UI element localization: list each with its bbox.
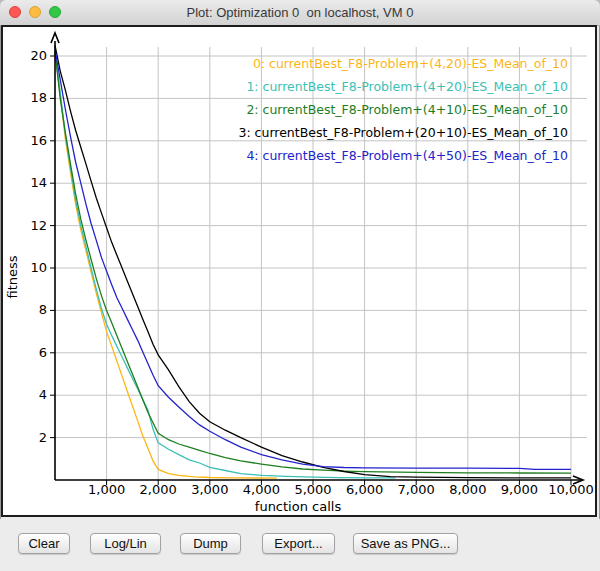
y-tick-label: 4: [39, 387, 47, 402]
x-tick-label: 9,000: [501, 482, 538, 497]
y-tick-label: 2: [39, 430, 47, 445]
plot-panel: 24681012141618201,0002,0003,0004,0005,00…: [1, 25, 597, 517]
button-bar: Clear Log/Lin Dump Export... Save as PNG…: [0, 519, 600, 571]
plot-canvas: 24681012141618201,0002,0003,0004,0005,00…: [3, 27, 595, 515]
tick-marks: [50, 56, 571, 485]
x-axis-title: function calls: [255, 499, 342, 514]
x-tick-label: 4,000: [243, 482, 280, 497]
axes: [51, 33, 583, 484]
y-tick-label: 14: [30, 175, 47, 190]
legend: 0: currentBest_F8-Problem+(4,20)-ES_Mean…: [238, 56, 568, 163]
log-lin-button[interactable]: Log/Lin: [90, 533, 161, 554]
x-tick-label: 5,000: [294, 482, 331, 497]
y-tick-label: 8: [39, 302, 47, 317]
legend-entry-2: 2: currentBest_F8-Problem+(4+10)-ES_Mean…: [246, 102, 568, 117]
y-tick-label: 10: [30, 260, 47, 275]
x-tick-label: 6,000: [346, 482, 383, 497]
x-tick-label: 7,000: [398, 482, 435, 497]
export-button[interactable]: Export...: [262, 533, 335, 554]
series-line-0: [55, 52, 277, 478]
y-tick-label: 16: [30, 133, 47, 148]
y-tick-label: 6: [39, 345, 47, 360]
clear-button[interactable]: Clear: [18, 533, 70, 554]
x-tick-label: 1,000: [88, 482, 125, 497]
window-title: Plot: Optimization 0 on localhost, VM 0: [0, 0, 600, 25]
x-tick-label: 2,000: [140, 482, 177, 497]
x-tick-label: 10,000: [548, 482, 594, 497]
y-tick-label: 20: [30, 48, 47, 63]
x-tick-label: 8,000: [449, 482, 486, 497]
y-tick-label: 12: [30, 218, 47, 233]
legend-entry-3: 3: currentBest_F8-Problem+(20+10)-ES_Mea…: [238, 125, 568, 140]
y-axis-title: fitness: [5, 255, 20, 298]
dump-button[interactable]: Dump: [180, 533, 241, 554]
title-bar[interactable]: Plot: Optimization 0 on localhost, VM 0: [0, 0, 600, 26]
legend-entry-4: 4: currentBest_F8-Problem+(4+50)-ES_Mean…: [246, 148, 568, 163]
x-tick-label: 3,000: [191, 482, 228, 497]
save-as-png-button[interactable]: Save as PNG...: [353, 533, 458, 554]
plot-window: Plot: Optimization 0 on localhost, VM 0 …: [0, 0, 600, 571]
legend-entry-1: 1: currentBest_F8-Problem+(4+20)-ES_Mean…: [246, 79, 568, 94]
legend-entry-0: 0: currentBest_F8-Problem+(4,20)-ES_Mean…: [253, 56, 568, 71]
y-tick-label: 18: [30, 90, 47, 105]
